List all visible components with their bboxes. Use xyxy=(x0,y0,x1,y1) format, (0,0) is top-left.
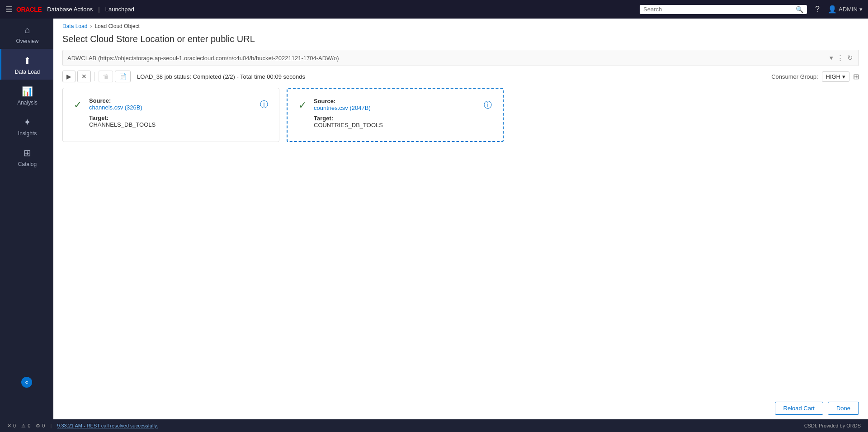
target-label-1: Target: xyxy=(89,114,108,121)
hamburger-menu[interactable]: ☰ xyxy=(5,5,13,14)
settings-count-icon: ⚙ xyxy=(36,423,40,429)
consumer-group-label: Consumer Group: xyxy=(771,73,818,80)
warning-icon: ⚠ xyxy=(21,423,26,429)
consumer-group-chevron-icon: ▾ xyxy=(842,73,845,80)
status-message[interactable]: 9:33:21 AM - REST call resolved successf… xyxy=(57,423,158,428)
insights-icon: ✦ xyxy=(24,117,31,128)
sidebar-collapse: « xyxy=(0,372,53,392)
info-icon-2[interactable]: ⓘ xyxy=(484,100,492,110)
warning-count-value: 0 xyxy=(28,423,30,428)
user-menu[interactable]: 👤 ADMIN ▾ xyxy=(828,5,863,14)
page-title: Select Cloud Store Location or enter pub… xyxy=(53,32,868,50)
check-icon-2: ✓ xyxy=(298,100,307,111)
target-value-2: COUNTRIES_DB_TOOLS xyxy=(314,122,383,128)
main-layout: ⌂ Overview ⬆ Data Load 📊 Analysis ✦ Insi… xyxy=(0,19,868,419)
card-target-2: Target: COUNTRIES_DB_TOOLS xyxy=(314,115,476,128)
status-bar: ✕ 0 ⚠ 0 ⚙ 0 | 9:33:21 AM - REST call res… xyxy=(0,419,868,432)
search-icon: 🔍 xyxy=(796,6,803,13)
app-title: Database Actions xyxy=(47,6,93,13)
sidebar-item-insights[interactable]: ✦ Insights xyxy=(0,110,53,141)
sidebar-label-analysis: Analysis xyxy=(17,100,38,106)
breadcrumb-current: Load Cloud Object xyxy=(94,23,139,29)
help-icon[interactable]: ? xyxy=(815,5,820,14)
file-card-2[interactable]: ✓ Source: countries.csv (2047B) Target: … xyxy=(287,88,504,142)
nav-separator: | xyxy=(98,6,99,13)
delete-button[interactable]: 🗑 xyxy=(99,71,113,82)
upload-icon: ⬆ xyxy=(24,55,31,66)
user-name: ADMIN xyxy=(839,6,858,13)
error-count-value: 0 xyxy=(13,423,16,428)
oracle-text: ORACLE xyxy=(16,6,42,13)
home-icon: ⌂ xyxy=(24,25,30,35)
toolbar-separator xyxy=(94,72,95,81)
report-button[interactable]: 📄 xyxy=(115,71,131,82)
sidebar-label-data-load: Data Load xyxy=(15,69,40,75)
card-source-2: Source: countries.csv (2047B) xyxy=(314,98,476,111)
source-value-2: countries.csv (2047B) xyxy=(314,104,371,111)
catalog-icon: ⊞ xyxy=(24,147,31,158)
breadcrumb: Data Load › Load Cloud Object xyxy=(53,19,868,32)
source-label-1: Source: xyxy=(89,97,111,104)
analysis-icon: 📊 xyxy=(22,86,33,97)
settings-count-value: 0 xyxy=(42,423,45,428)
sidebar-label-overview: Overview xyxy=(16,38,38,44)
nav-launchpad[interactable]: Launchpad xyxy=(105,6,134,13)
url-bar: ▾ ⋮ ↻ xyxy=(62,50,859,66)
settings-count: ⚙ 0 xyxy=(36,423,45,429)
check-icon-1: ✓ xyxy=(74,99,82,111)
card-target-1: Target: CHANNELS_DB_TOOLS xyxy=(89,114,253,128)
reload-cart-button[interactable]: Reload Cart xyxy=(775,402,823,415)
sidebar-item-catalog[interactable]: ⊞ Catalog xyxy=(0,141,53,172)
sidebar-item-overview[interactable]: ⌂ Overview xyxy=(0,19,53,49)
consumer-group: Consumer Group: HIGH ▾ ⊞ xyxy=(771,71,859,82)
settings-icon[interactable]: ⊞ xyxy=(853,72,859,81)
url-bar-actions: ▾ ⋮ ↻ xyxy=(829,53,854,63)
breadcrumb-separator: › xyxy=(90,23,92,29)
breadcrumb-parent[interactable]: Data Load xyxy=(62,23,87,29)
oracle-logo: ORACLE xyxy=(16,6,42,13)
user-icon: 👤 xyxy=(828,5,837,14)
sidebar-item-data-load[interactable]: ⬆ Data Load xyxy=(0,49,53,80)
run-button[interactable]: ▶ xyxy=(62,71,75,82)
content-area: Data Load › Load Cloud Object Select Clo… xyxy=(53,19,868,419)
sidebar-item-analysis[interactable]: 📊 Analysis xyxy=(0,80,53,110)
url-input[interactable] xyxy=(67,55,826,62)
user-chevron-icon: ▾ xyxy=(859,6,863,13)
target-label-2: Target: xyxy=(314,115,333,122)
cards-area: ✓ Source: channels.csv (326B) Target: CH… xyxy=(53,86,868,397)
sidebar-label-catalog: Catalog xyxy=(18,161,37,167)
url-options-icon[interactable]: ⋮ xyxy=(836,53,844,63)
target-value-1: CHANNELS_DB_TOOLS xyxy=(89,121,156,128)
sidebar: ⌂ Overview ⬆ Data Load 📊 Analysis ✦ Insi… xyxy=(0,19,53,419)
job-status: LOAD_38 job status: Completed (2/2) - To… xyxy=(137,73,305,80)
card-info-2: Source: countries.csv (2047B) Target: CO… xyxy=(314,98,476,128)
consumer-group-select[interactable]: HIGH ▾ xyxy=(822,71,850,82)
consumer-group-value: HIGH xyxy=(826,73,841,80)
url-refresh-icon[interactable]: ↻ xyxy=(846,53,854,63)
top-navbar: ☰ ORACLE Database Actions | Launchpad 🔍 … xyxy=(0,0,868,19)
done-button[interactable]: Done xyxy=(828,402,859,415)
source-label-2: Source: xyxy=(314,98,335,104)
stop-button[interactable]: ✕ xyxy=(77,71,91,82)
bottom-bar: Reload Cart Done xyxy=(53,397,868,419)
url-dropdown-icon[interactable]: ▾ xyxy=(829,53,834,63)
file-card-1[interactable]: ✓ Source: channels.csv (326B) Target: CH… xyxy=(62,88,279,142)
status-divider: | xyxy=(50,423,52,428)
status-right: CSDI: Provided by ORDS xyxy=(804,423,861,428)
toolbar: ▶ ✕ 🗑 📄 LOAD_38 job status: Completed (2… xyxy=(62,71,859,82)
card-info-1: Source: channels.csv (326B) Target: CHAN… xyxy=(89,97,253,128)
search-input[interactable] xyxy=(643,6,793,13)
error-count: ✕ 0 xyxy=(7,423,16,429)
info-icon-1[interactable]: ⓘ xyxy=(260,99,268,110)
warning-count: ⚠ 0 xyxy=(21,423,30,429)
sidebar-label-insights: Insights xyxy=(18,130,37,137)
error-icon: ✕ xyxy=(7,423,11,429)
search-box[interactable]: 🔍 xyxy=(640,5,807,14)
source-value-1: channels.csv (326B) xyxy=(89,104,142,111)
collapse-button[interactable]: « xyxy=(21,377,32,388)
card-source-1: Source: channels.csv (326B) xyxy=(89,97,253,111)
